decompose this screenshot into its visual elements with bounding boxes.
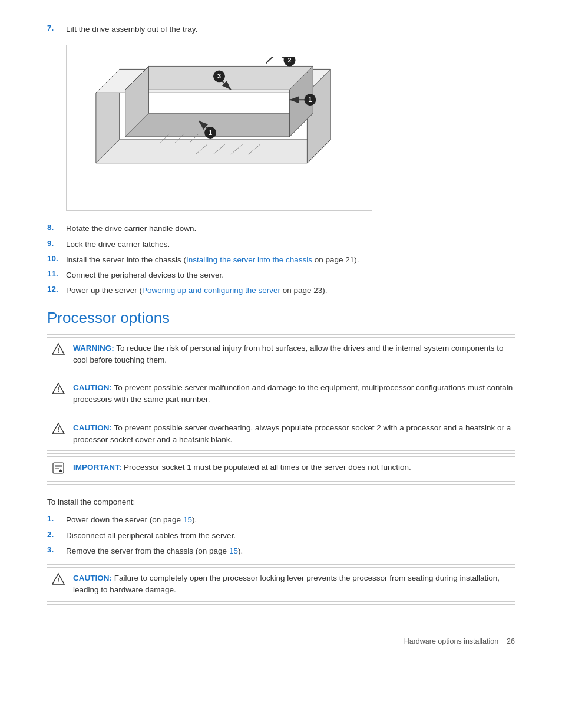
svg-text:!: ! (57, 426, 59, 433)
svg-text:3: 3 (217, 73, 221, 80)
install-intro: To install the component: (47, 496, 515, 508)
link-install-chassis[interactable]: Installing the server into the chassis (186, 255, 312, 264)
warning-text-cell: WARNING: To reduce the risk of personal … (73, 337, 515, 371)
step-8-text: Rotate the drive carrier handle down. (66, 223, 515, 235)
step-10: 10. Install the server into the chassis … (47, 254, 515, 266)
link-remove-chassis[interactable]: 15 (229, 546, 238, 555)
step-10-text: Install the server into the chassis (Ins… (66, 254, 515, 266)
bottom-caution-row: ! CAUTION: Failure to completely open th… (47, 568, 515, 602)
notice-caution-1: ! CAUTION: To prevent possible server ma… (47, 377, 515, 411)
notice-warning: ! WARNING: To reduce the risk of persona… (47, 337, 515, 371)
important-note-icon (52, 462, 65, 475)
step-11: 11. Connect the peripheral devices to th… (47, 269, 515, 281)
divider-row-1 (47, 371, 515, 377)
divider-row-top (47, 562, 515, 568)
install-step-2: 2. Disconnect all peripheral cables from… (47, 530, 515, 542)
divider-row-2 (47, 411, 515, 417)
bottom-caution-label: CAUTION: (73, 574, 112, 582)
svg-marker-29 (58, 469, 63, 472)
bottom-caution-text-cell: CAUTION: Failure to completely open the … (73, 568, 515, 602)
important-text: Processor socket 1 must be populated at … (124, 463, 411, 472)
install-step-2-num: 2. (47, 530, 66, 539)
title-divider (47, 334, 515, 335)
warning-icon-cell: ! (47, 337, 73, 371)
divider-row-bottom (47, 601, 515, 607)
arrow-2 (266, 57, 287, 63)
warning-label: WARNING: (73, 344, 114, 353)
svg-text:1: 1 (308, 96, 312, 103)
caution-2-text: To prevent possible server overheating, … (73, 423, 511, 444)
bottom-caution-table: ! CAUTION: Failure to completely open th… (47, 562, 515, 607)
svg-text:!: ! (57, 577, 59, 584)
install-step-3: 3. Remove the server from the chassis (o… (47, 545, 515, 557)
step-12-text: Power up the server (Powering up and con… (66, 285, 515, 297)
footer-text: Hardware options installation 26 (404, 637, 515, 645)
step-7-num: 7. (47, 24, 66, 32)
caution-triangle-icon-1: ! (52, 382, 65, 395)
install-step-3-text: Remove the server from the chassis (on p… (66, 545, 515, 557)
svg-text:!: ! (57, 347, 59, 354)
install-step-3-num: 3. (47, 545, 66, 554)
bottom-caution-triangle-icon: ! (52, 572, 65, 585)
diagram-container: 1 1 2 3 (66, 45, 372, 211)
caution-1-icon-cell: ! (47, 377, 73, 411)
bottom-caution-text: Failure to completely open the processor… (73, 574, 500, 594)
step-8: 8. Rotate the drive carrier handle down. (47, 223, 515, 235)
notice-important: IMPORTANT: Processor socket 1 must be po… (47, 457, 515, 482)
important-icon-cell (47, 457, 73, 482)
svg-text:!: ! (57, 386, 59, 393)
caution-2-label: CAUTION: (73, 423, 112, 432)
drive-assembly-diagram: 1 1 2 3 (78, 57, 360, 199)
divider-row-3 (47, 451, 515, 457)
step-11-num: 11. (47, 269, 66, 278)
install-step-1-text: Power down the server (on page 15). (66, 514, 515, 526)
caution-2-icon-cell: ! (47, 417, 73, 451)
link-power-down[interactable]: 15 (183, 515, 192, 524)
notice-caution-2: ! CAUTION: To prevent possible server ov… (47, 417, 515, 451)
step-7-text: Lift the drive assembly out of the tray. (66, 24, 515, 35)
caution-1-text: To prevent possible server malfunction a… (73, 383, 513, 404)
step-12-num: 12. (47, 285, 66, 294)
link-power-up[interactable]: Powering up and configuring the server (142, 286, 280, 295)
important-text-cell: IMPORTANT: Processor socket 1 must be po… (73, 457, 515, 482)
bottom-caution-icon-cell: ! (47, 568, 73, 602)
warning-text: To reduce the risk of personal injury fr… (73, 344, 504, 364)
install-step-2-text: Disconnect all peripheral cables from th… (66, 530, 515, 542)
install-step-1: 1. Power down the server (on page 15). (47, 514, 515, 526)
step-9: 9. Lock the drive carrier latches. (47, 239, 515, 251)
notices-table: ! WARNING: To reduce the risk of persona… (47, 337, 515, 487)
step-8-num: 8. (47, 223, 66, 232)
divider-row-4 (47, 482, 515, 487)
caution-2-text-cell: CAUTION: To prevent possible server over… (73, 417, 515, 451)
svg-text:2: 2 (287, 57, 291, 64)
important-label: IMPORTANT: (73, 463, 121, 472)
footer: Hardware options installation 26 (47, 631, 515, 645)
install-step-1-num: 1. (47, 514, 66, 523)
caution-1-text-cell: CAUTION: To prevent possible server malf… (73, 377, 515, 411)
caution-triangle-icon-2: ! (52, 422, 65, 435)
step-12: 12. Power up the server (Powering up and… (47, 285, 515, 297)
step-11-text: Connect the peripheral devices to the se… (66, 269, 515, 281)
step-9-num: 9. (47, 239, 66, 248)
svg-text:1: 1 (209, 129, 212, 136)
step-7: 7. Lift the drive assembly out of the tr… (47, 24, 515, 35)
caution-1-label: CAUTION: (73, 383, 112, 392)
step-10-num: 10. (47, 254, 66, 263)
step-9-text: Lock the drive carrier latches. (66, 239, 515, 251)
section-title: Processor options (47, 309, 515, 327)
warning-triangle-icon: ! (52, 342, 65, 355)
